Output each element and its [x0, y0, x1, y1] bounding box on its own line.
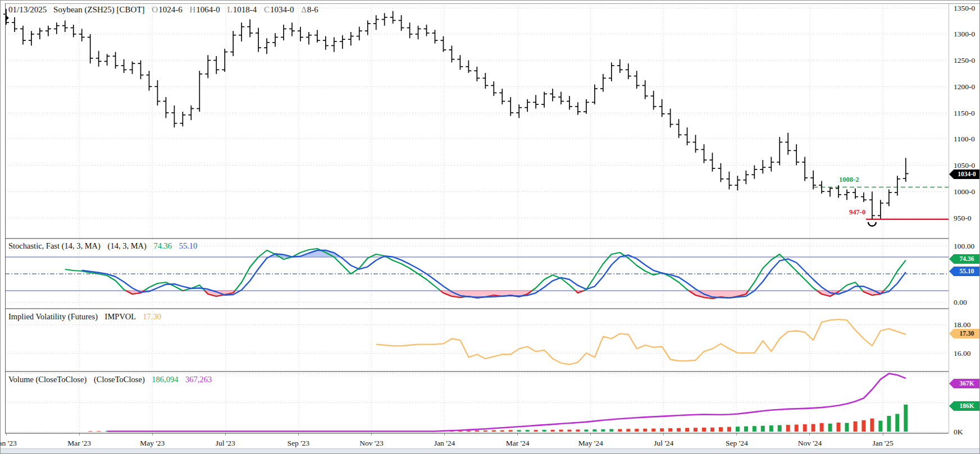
svg-text:0K: 0K: [954, 428, 963, 436]
x-axis-labels: Jan '23Mar '23May '23Jul '23Sep '23Nov '…: [1, 433, 894, 447]
panel-borders: [5, 3, 980, 433]
chart-window: 1350-01300-01250-01200-01150-01100-01050…: [0, 0, 980, 454]
svg-text:Jan '24: Jan '24: [434, 439, 455, 447]
svg-text:100.00: 100.00: [954, 242, 974, 250]
svg-text:950-0: 950-0: [954, 214, 972, 222]
volume-series: [88, 374, 908, 432]
svg-text:Jan '25: Jan '25: [872, 439, 894, 447]
stochastic-series: [5, 239, 949, 308]
svg-text:1250-0: 1250-0: [954, 56, 975, 65]
axis-labels: 1350-01300-01250-01200-01150-01100-01050…: [954, 4, 975, 436]
svg-text:1150-0: 1150-0: [954, 109, 975, 117]
svg-text:1350-0: 1350-0: [954, 4, 975, 12]
svg-text:Sep '24: Sep '24: [726, 439, 748, 447]
svg-text:Nov '23: Nov '23: [359, 439, 384, 447]
svg-text:May '24: May '24: [578, 439, 603, 447]
svg-text:1000-0: 1000-0: [954, 187, 975, 196]
svg-text:Jul '24: Jul '24: [654, 439, 673, 447]
svg-text:Jul '23: Jul '23: [216, 439, 235, 447]
svg-text:Nov '24: Nov '24: [798, 439, 822, 447]
svg-text:May '23: May '23: [140, 439, 165, 447]
svg-text:Sep '23: Sep '23: [288, 439, 310, 447]
chart-plot[interactable]: 1350-01300-01250-01200-01150-01100-01050…: [1, 1, 980, 454]
bottom-scroll-strip[interactable]: [1, 448, 979, 453]
svg-text:Mar '24: Mar '24: [506, 439, 530, 447]
svg-text:1100-0: 1100-0: [954, 135, 975, 143]
price-ohlc-series: [3, 9, 909, 219]
svg-text:1200-0: 1200-0: [954, 82, 975, 91]
svg-text:16.00: 16.00: [954, 349, 971, 357]
svg-text:Mar '23: Mar '23: [67, 439, 91, 447]
svg-text:18.00: 18.00: [954, 320, 971, 329]
svg-text:1300-0: 1300-0: [954, 30, 975, 38]
svg-text:0.00: 0.00: [954, 298, 967, 306]
svg-text:1050-0: 1050-0: [954, 161, 975, 169]
svg-text:Jan '23: Jan '23: [1, 439, 17, 447]
implied-volatility-series: [376, 319, 906, 364]
